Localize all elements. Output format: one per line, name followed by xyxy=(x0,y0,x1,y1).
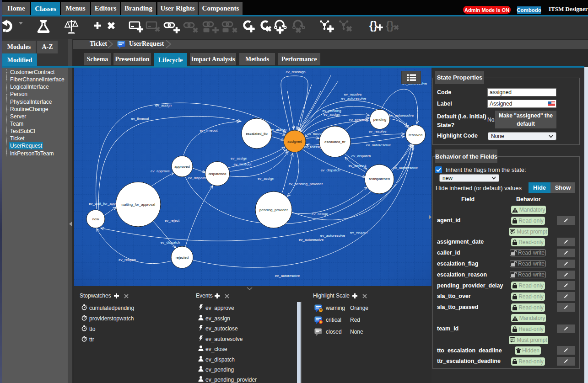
svg-text:ev_dispatch: ev_dispatch xyxy=(161,240,180,245)
svg-text:dispatched: dispatched xyxy=(209,172,227,176)
svg-text:ev_autoresolve: ev_autoresolve xyxy=(275,274,300,278)
svg-text:ev_autoresolve: ev_autoresolve xyxy=(341,96,367,101)
svg-text:pending_provider: pending_provider xyxy=(259,208,288,212)
svg-text:ev_pending_provider: ev_pending_provider xyxy=(289,182,323,186)
svg-text:resolved: resolved xyxy=(409,133,422,137)
svg-text:ev_assign: ev_assign xyxy=(312,212,328,216)
svg-text:ev_resolve: ev_resolve xyxy=(344,92,362,96)
svg-text:ev_timeout: ev_timeout xyxy=(233,162,252,166)
svg-text:new: new xyxy=(92,217,99,221)
svg-text:ev_autoresolve: ev_autoresolve xyxy=(393,166,418,170)
svg-text:approved: approved xyxy=(174,165,189,169)
svg-text:ev_assign: ev_assign xyxy=(324,112,340,117)
svg-text:ev_autoresolve: ev_autoresolve xyxy=(366,143,391,147)
svg-text:ev_timeout: ev_timeout xyxy=(131,117,149,121)
svg-text:{}: {} xyxy=(386,20,394,32)
svg-text:waiting_for_approval: waiting_for_approval xyxy=(121,202,155,207)
svg-text:ev_autoresolve: ev_autoresolve xyxy=(299,238,324,242)
svg-text:ev_assign: ev_assign xyxy=(231,156,247,160)
svg-text:ev_reject: ev_reject xyxy=(165,218,180,223)
svg-text:escalated_ttr: escalated_ttr xyxy=(324,140,345,144)
svg-text:ev_assign: ev_assign xyxy=(258,176,274,181)
svg-text:ev_wait_for_approval: ev_wait_for_approval xyxy=(89,202,124,206)
svg-text:ev_pending: ev_pending xyxy=(349,118,367,122)
svg-text:ev_timeout: ev_timeout xyxy=(307,132,325,136)
svg-text:ev_assign: ev_assign xyxy=(270,128,286,132)
svg-text:ev_timeout: ev_timeout xyxy=(348,164,367,168)
svg-text:ev_reassign: ev_reassign xyxy=(286,70,305,74)
svg-text:rejected: rejected xyxy=(176,255,189,260)
svg-text:ev_autoresolve: ev_autoresolve xyxy=(389,113,414,117)
svg-text:ev_reopen: ev_reopen xyxy=(119,258,136,262)
svg-text:ev_dispatch: ev_dispatch xyxy=(321,168,340,172)
svg-text:ev_reassign: ev_reassign xyxy=(304,145,324,149)
svg-text:ev_dispatch: ev_dispatch xyxy=(351,154,371,158)
svg-text:ev_dispatch: ev_dispatch xyxy=(188,176,208,180)
svg-text:ev_reopen: ev_reopen xyxy=(350,230,367,234)
svg-text:escalated_tto: escalated_tto xyxy=(246,132,268,136)
svg-text:pending: pending xyxy=(373,117,386,122)
svg-text:{}: {} xyxy=(369,20,378,32)
svg-text:assigned: assigned xyxy=(287,139,302,144)
svg-text:ev_resolve: ev_resolve xyxy=(369,129,387,133)
svg-text:ev_assign: ev_assign xyxy=(155,103,172,107)
svg-text:ev_timeout: ev_timeout xyxy=(200,128,218,133)
svg-text:ev_autoresolve: ev_autoresolve xyxy=(320,234,345,238)
svg-text:redispatched: redispatched xyxy=(369,177,390,181)
svg-text:ev_approve: ev_approve xyxy=(151,169,170,173)
